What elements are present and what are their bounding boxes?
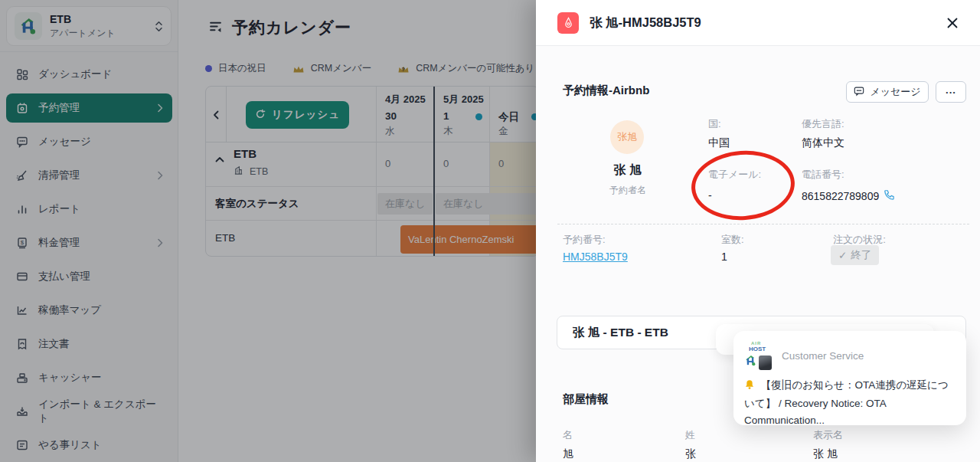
first-name-value: 旭	[563, 447, 573, 461]
airbnb-icon	[557, 12, 579, 34]
agent-photo	[759, 356, 772, 370]
last-name-value: 张	[685, 447, 696, 461]
notification-toast[interactable]: AIR HOST Customer Service	[733, 331, 966, 425]
app-window: ETB アパートメント ダッシュボード 予約管理 メッセ	[0, 0, 980, 462]
section-title-booking-info: 予約情報-Airbnb	[563, 84, 649, 98]
status-badge: ✓ 終了	[831, 245, 879, 265]
phone-label: 電話番号:	[802, 168, 844, 182]
guest-name-caption: 予約者名	[590, 184, 666, 197]
display-name-value: 张 旭	[813, 447, 838, 461]
phone-value: 8615822789809	[802, 190, 879, 202]
email-value: -	[708, 189, 712, 202]
first-name-label: 名	[563, 428, 573, 442]
rooms-label: 室数:	[721, 233, 744, 247]
section-divider	[557, 224, 969, 224]
display-name-label: 表示名	[813, 428, 843, 442]
email-label: 電子メール:	[708, 168, 761, 182]
drawer-header: 张 旭-HMJ58BJ5T9	[536, 0, 980, 46]
toast-avatar: AIR HOST	[744, 341, 773, 370]
chat-bubble-icon	[854, 86, 864, 99]
last-name-label: 姓	[685, 428, 695, 442]
phone-icon[interactable]	[884, 189, 894, 202]
bell-icon	[744, 378, 755, 395]
message-button[interactable]: メッセージ	[846, 81, 929, 103]
check-icon: ✓	[838, 249, 847, 261]
rooms-value: 1	[721, 251, 727, 263]
guest-avatar: 张旭	[610, 120, 644, 154]
more-icon: ...	[946, 84, 956, 96]
drawer-title: 张 旭-HMJ58BJ5T9	[590, 15, 701, 31]
country-label: 国:	[708, 117, 721, 131]
toast-message: 【復旧のお知らせ：OTA連携の遅延について】 / Recovery Notice…	[744, 377, 956, 429]
section-title-room-info: 部屋情報	[563, 392, 609, 407]
country-value: 中国	[708, 136, 730, 150]
annotation-circle	[689, 147, 797, 223]
drawer-backdrop[interactable]	[0, 0, 536, 462]
language-value: 简体中文	[802, 136, 844, 150]
close-icon[interactable]	[946, 17, 959, 29]
booking-number-link[interactable]: HMJ58BJ5T9	[563, 251, 628, 263]
booking-detail-drawer: 张 旭-HMJ58BJ5T9 予約情報-Airbnb メッセージ ... 张旭 …	[536, 0, 980, 462]
more-actions-button[interactable]: ...	[936, 81, 966, 103]
toast-sender: Customer Service	[782, 350, 864, 362]
language-label: 優先言語:	[802, 117, 844, 131]
house-logo-icon	[744, 354, 757, 370]
guest-name: 张 旭	[590, 162, 666, 179]
booking-number-label: 予約番号:	[563, 233, 606, 247]
